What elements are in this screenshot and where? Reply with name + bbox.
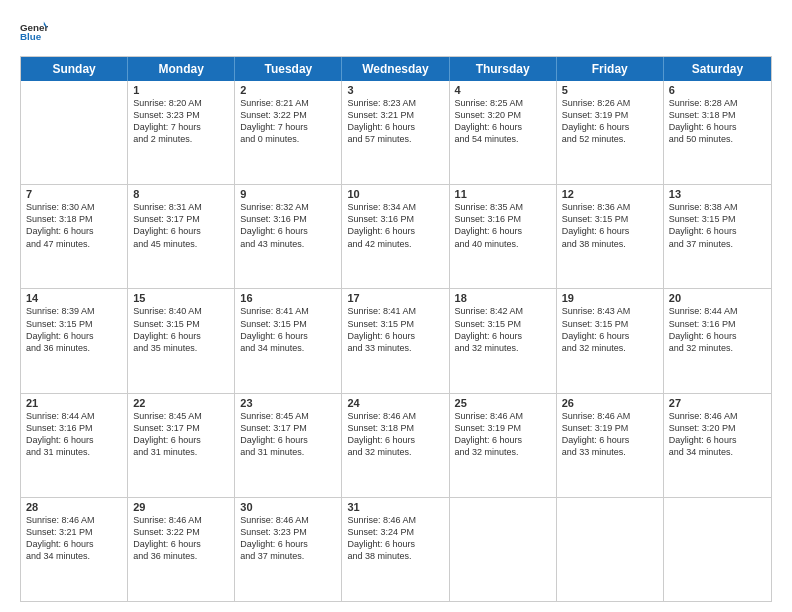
weekday-header: Thursday <box>450 57 557 81</box>
cell-info-line: and 34 minutes. <box>669 446 766 458</box>
logo: General Blue <box>20 18 48 46</box>
cell-info-line: Sunrise: 8:46 AM <box>347 514 443 526</box>
cell-info-line: and 0 minutes. <box>240 133 336 145</box>
cell-info-line: Sunrise: 8:31 AM <box>133 201 229 213</box>
cell-info-line: Sunrise: 8:46 AM <box>240 514 336 526</box>
cell-info-line: Sunset: 3:19 PM <box>562 422 658 434</box>
calendar-cell <box>557 498 664 601</box>
cell-info-line: Sunrise: 8:46 AM <box>347 410 443 422</box>
weekday-header: Friday <box>557 57 664 81</box>
calendar-cell: 3Sunrise: 8:23 AMSunset: 3:21 PMDaylight… <box>342 81 449 184</box>
calendar-cell: 7Sunrise: 8:30 AMSunset: 3:18 PMDaylight… <box>21 185 128 288</box>
cell-info-line: Daylight: 6 hours <box>347 121 443 133</box>
header: General Blue <box>20 18 772 46</box>
calendar-cell: 30Sunrise: 8:46 AMSunset: 3:23 PMDayligh… <box>235 498 342 601</box>
cell-info-line: and 45 minutes. <box>133 238 229 250</box>
day-number: 22 <box>133 397 229 409</box>
day-number: 11 <box>455 188 551 200</box>
cell-info-line: Daylight: 6 hours <box>562 330 658 342</box>
cell-info-line: Sunset: 3:15 PM <box>562 213 658 225</box>
weekday-header: Saturday <box>664 57 771 81</box>
calendar-cell <box>21 81 128 184</box>
calendar-cell <box>664 498 771 601</box>
cell-info-line: Sunset: 3:24 PM <box>347 526 443 538</box>
calendar-cell: 17Sunrise: 8:41 AMSunset: 3:15 PMDayligh… <box>342 289 449 392</box>
cell-info-line: Sunrise: 8:38 AM <box>669 201 766 213</box>
cell-info-line: and 32 minutes. <box>455 342 551 354</box>
calendar-cell: 8Sunrise: 8:31 AMSunset: 3:17 PMDaylight… <box>128 185 235 288</box>
day-number: 6 <box>669 84 766 96</box>
calendar-cell: 21Sunrise: 8:44 AMSunset: 3:16 PMDayligh… <box>21 394 128 497</box>
calendar-cell: 4Sunrise: 8:25 AMSunset: 3:20 PMDaylight… <box>450 81 557 184</box>
day-number: 19 <box>562 292 658 304</box>
calendar-row: 14Sunrise: 8:39 AMSunset: 3:15 PMDayligh… <box>21 288 771 392</box>
cell-info-line: and 34 minutes. <box>26 550 122 562</box>
cell-info-line: Daylight: 6 hours <box>133 538 229 550</box>
day-number: 17 <box>347 292 443 304</box>
cell-info-line: and 57 minutes. <box>347 133 443 145</box>
calendar-cell: 10Sunrise: 8:34 AMSunset: 3:16 PMDayligh… <box>342 185 449 288</box>
cell-info-line: and 35 minutes. <box>133 342 229 354</box>
cell-info-line: Daylight: 6 hours <box>669 121 766 133</box>
cell-info-line: Daylight: 6 hours <box>347 225 443 237</box>
cell-info-line: Sunset: 3:15 PM <box>669 213 766 225</box>
svg-text:Blue: Blue <box>20 31 42 42</box>
cell-info-line: and 52 minutes. <box>562 133 658 145</box>
cell-info-line: Sunset: 3:16 PM <box>455 213 551 225</box>
cell-info-line: Sunset: 3:23 PM <box>240 526 336 538</box>
cell-info-line: Sunset: 3:20 PM <box>455 109 551 121</box>
calendar-cell: 14Sunrise: 8:39 AMSunset: 3:15 PMDayligh… <box>21 289 128 392</box>
day-number: 7 <box>26 188 122 200</box>
calendar-cell: 11Sunrise: 8:35 AMSunset: 3:16 PMDayligh… <box>450 185 557 288</box>
day-number: 5 <box>562 84 658 96</box>
cell-info-line: Sunrise: 8:20 AM <box>133 97 229 109</box>
day-number: 4 <box>455 84 551 96</box>
cell-info-line: Sunrise: 8:26 AM <box>562 97 658 109</box>
calendar-cell: 13Sunrise: 8:38 AMSunset: 3:15 PMDayligh… <box>664 185 771 288</box>
cell-info-line: and 32 minutes. <box>562 342 658 354</box>
calendar-cell: 24Sunrise: 8:46 AMSunset: 3:18 PMDayligh… <box>342 394 449 497</box>
cell-info-line: and 36 minutes. <box>26 342 122 354</box>
day-number: 21 <box>26 397 122 409</box>
cell-info-line: and 54 minutes. <box>455 133 551 145</box>
cell-info-line: Sunset: 3:23 PM <box>133 109 229 121</box>
day-number: 25 <box>455 397 551 409</box>
cell-info-line: Sunset: 3:16 PM <box>669 318 766 330</box>
cell-info-line: and 43 minutes. <box>240 238 336 250</box>
cell-info-line: Sunset: 3:18 PM <box>347 422 443 434</box>
cell-info-line: and 37 minutes. <box>240 550 336 562</box>
logo-icon: General Blue <box>20 18 48 46</box>
calendar-cell: 19Sunrise: 8:43 AMSunset: 3:15 PMDayligh… <box>557 289 664 392</box>
day-number: 8 <box>133 188 229 200</box>
day-number: 29 <box>133 501 229 513</box>
cell-info-line: Sunset: 3:17 PM <box>133 213 229 225</box>
cell-info-line: Daylight: 6 hours <box>562 434 658 446</box>
cell-info-line: Daylight: 6 hours <box>26 434 122 446</box>
cell-info-line: Daylight: 6 hours <box>347 434 443 446</box>
weekday-header: Sunday <box>21 57 128 81</box>
day-number: 12 <box>562 188 658 200</box>
calendar-cell: 6Sunrise: 8:28 AMSunset: 3:18 PMDaylight… <box>664 81 771 184</box>
cell-info-line: Sunset: 3:18 PM <box>26 213 122 225</box>
calendar-cell: 9Sunrise: 8:32 AMSunset: 3:16 PMDaylight… <box>235 185 342 288</box>
day-number: 16 <box>240 292 336 304</box>
cell-info-line: Daylight: 6 hours <box>562 121 658 133</box>
calendar: SundayMondayTuesdayWednesdayThursdayFrid… <box>20 56 772 602</box>
cell-info-line: Daylight: 6 hours <box>455 121 551 133</box>
cell-info-line: Sunset: 3:16 PM <box>347 213 443 225</box>
cell-info-line: Sunset: 3:16 PM <box>26 422 122 434</box>
cell-info-line: Sunset: 3:15 PM <box>455 318 551 330</box>
calendar-header: SundayMondayTuesdayWednesdayThursdayFrid… <box>21 57 771 81</box>
cell-info-line: Sunrise: 8:46 AM <box>455 410 551 422</box>
cell-info-line: Daylight: 6 hours <box>669 434 766 446</box>
cell-info-line: and 32 minutes. <box>347 446 443 458</box>
cell-info-line: Sunrise: 8:43 AM <box>562 305 658 317</box>
calendar-cell: 22Sunrise: 8:45 AMSunset: 3:17 PMDayligh… <box>128 394 235 497</box>
cell-info-line: Sunrise: 8:44 AM <box>669 305 766 317</box>
cell-info-line: Daylight: 6 hours <box>669 330 766 342</box>
cell-info-line: Sunset: 3:15 PM <box>240 318 336 330</box>
day-number: 14 <box>26 292 122 304</box>
cell-info-line: Sunrise: 8:46 AM <box>562 410 658 422</box>
day-number: 26 <box>562 397 658 409</box>
cell-info-line: Sunrise: 8:41 AM <box>347 305 443 317</box>
